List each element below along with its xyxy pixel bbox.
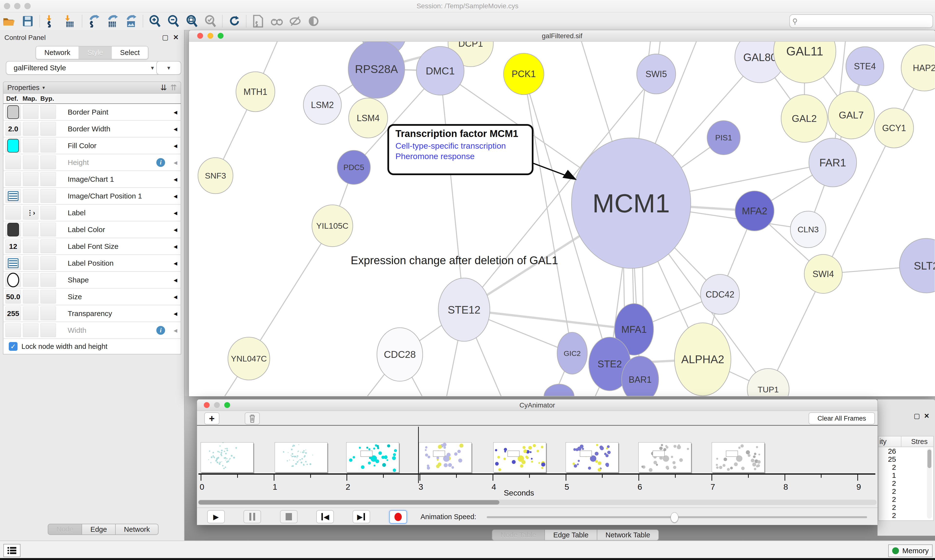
network-node-pck1[interactable]: PCK1	[503, 53, 544, 95]
expand-row-icon[interactable]: ◂	[174, 309, 177, 318]
network-node-alpha2[interactable]: ALPHA2	[674, 323, 731, 396]
expand-all-icon[interactable]: ⇊	[160, 83, 167, 92]
hide-graphics-icon[interactable]	[289, 15, 301, 28]
table-scrollbar[interactable]	[927, 448, 932, 518]
default-value-cell[interactable]	[5, 273, 21, 287]
default-value-cell[interactable]: 2.0	[5, 122, 21, 136]
bypass-cell[interactable]	[40, 223, 56, 237]
default-value-cell[interactable]	[5, 323, 21, 337]
bypass-cell[interactable]	[40, 155, 56, 169]
property-row[interactable]: Heighti◂	[3, 154, 181, 171]
pause-button[interactable]	[244, 510, 261, 523]
delete-frame-button[interactable]	[245, 412, 260, 425]
network-node-pis1[interactable]: PIS1	[707, 121, 740, 155]
network-node[interactable]	[544, 384, 574, 396]
lock-size-checkbox[interactable]: ✓	[9, 342, 17, 351]
default-value-cell[interactable]: 12	[5, 239, 21, 253]
export-table-icon[interactable]	[106, 15, 119, 28]
default-value-cell[interactable]	[5, 105, 21, 119]
network-node-gal11[interactable]: GAL11	[774, 42, 836, 83]
timeline-playhead[interactable]	[418, 427, 419, 483]
mapping-cell[interactable]: ⋮›	[23, 206, 39, 220]
current-style-select[interactable]: galFiltered Style ▾	[6, 61, 160, 75]
default-value-cell[interactable]	[5, 189, 21, 203]
network-node-gic2[interactable]: GIC2	[557, 332, 587, 374]
table-row[interactable]: 2	[878, 463, 933, 471]
property-row[interactable]: Border Paint◂	[3, 104, 181, 121]
network-node-ste12[interactable]: STE12	[438, 278, 490, 341]
property-row[interactable]: Label Color◂	[3, 222, 181, 238]
tab-select[interactable]: Select	[112, 46, 148, 59]
network-node-swi4[interactable]: SWI4	[804, 254, 842, 293]
export-image-icon[interactable]	[125, 15, 137, 28]
float-panel-icon[interactable]: ▢	[914, 412, 920, 420]
default-value-cell[interactable]	[5, 155, 21, 169]
network-window-titlebar[interactable]: galFiltered.sif	[189, 30, 935, 42]
info-icon[interactable]: i	[156, 326, 165, 335]
bypass-cell[interactable]	[40, 138, 56, 152]
expand-row-icon[interactable]: ◂	[174, 175, 177, 183]
network-node-tup1[interactable]: TUP1	[747, 369, 789, 396]
expand-row-icon[interactable]: ◂	[174, 259, 177, 267]
expand-row-icon[interactable]: ◂	[174, 125, 177, 133]
property-row[interactable]: 12Label Font Size◂	[3, 238, 181, 255]
mapping-cell[interactable]	[23, 189, 39, 203]
bypass-cell[interactable]	[40, 239, 56, 253]
record-button[interactable]	[389, 510, 407, 524]
property-row[interactable]: 2.0Border Width◂	[3, 121, 181, 137]
network-node-cln3[interactable]: CLN3	[790, 211, 826, 248]
default-value-cell[interactable]	[5, 223, 21, 237]
network-canvas[interactable]: DCP1RPS28ADMC1PCK1SWI5GAL80GAL11STE4HAP2…	[189, 42, 935, 396]
network-edge[interactable]	[440, 71, 464, 310]
timeline-frame-2[interactable]	[346, 442, 399, 472]
expand-row-icon[interactable]: ◂	[174, 225, 177, 234]
network-node-lsm4[interactable]: LSM4	[349, 98, 388, 138]
expand-row-icon[interactable]: ◂	[174, 292, 177, 301]
network-node-pdc5[interactable]: PDC5	[337, 150, 370, 185]
bypass-cell[interactable]	[40, 323, 56, 337]
annotation-box[interactable]: Transcription factor MCM1 Cell-type-spec…	[387, 124, 534, 175]
properties-header[interactable]: Properties ▾ ⇊ ⇈	[3, 82, 181, 94]
mapping-cell[interactable]	[23, 290, 39, 304]
expand-row-icon[interactable]: ◂	[174, 158, 177, 167]
mapping-cell[interactable]	[23, 122, 39, 136]
tab-style[interactable]: Style	[79, 46, 112, 59]
property-row[interactable]: 50.0Size◂	[3, 289, 181, 305]
import-network-icon[interactable]	[45, 15, 58, 28]
default-value-cell[interactable]: 255	[5, 306, 21, 320]
timeline-frame-5[interactable]	[566, 442, 619, 472]
property-row[interactable]: ⋮›Label◂	[3, 205, 181, 222]
bypass-cell[interactable]	[40, 172, 56, 186]
timeline-frame-6[interactable]	[639, 442, 691, 472]
expand-row-icon[interactable]: ◂	[174, 142, 177, 150]
expand-row-icon[interactable]: ◂	[174, 326, 177, 334]
bypass-cell[interactable]	[40, 306, 56, 320]
bypass-cell[interactable]	[40, 122, 56, 136]
network-node-snf3[interactable]: SNF3	[198, 158, 233, 194]
expand-row-icon[interactable]: ◂	[174, 108, 177, 116]
timeline-frame-0[interactable]	[201, 442, 253, 472]
timeline-frame-7[interactable]	[712, 442, 765, 472]
close-panel-icon[interactable]: ✕	[173, 33, 179, 42]
network-node-gcy1[interactable]: GCY1	[875, 108, 913, 148]
mapping-cell[interactable]	[23, 172, 39, 186]
network-node-gal7[interactable]: GAL7	[828, 91, 874, 139]
animation-speed-slider[interactable]	[487, 516, 867, 518]
scrollbar-thumb[interactable]	[199, 500, 499, 505]
expand-row-icon[interactable]: ◂	[174, 208, 177, 217]
tab-network-table[interactable]: Network Table	[597, 529, 659, 540]
table-row[interactable]: 2	[878, 495, 933, 503]
mapping-cell[interactable]	[23, 239, 39, 253]
network-node-cdc42[interactable]: CDC42	[700, 274, 739, 314]
table-row[interactable]: 26	[878, 447, 933, 455]
task-history-button[interactable]	[3, 544, 20, 557]
timeline-frame-1[interactable]	[275, 442, 327, 472]
property-row[interactable]: Image/Chart 1◂	[3, 171, 181, 188]
table-row[interactable]: 2	[878, 511, 933, 519]
add-frame-button[interactable]: +	[204, 412, 219, 425]
tab-node[interactable]: Node	[48, 524, 82, 535]
show-graphics-icon[interactable]	[307, 15, 320, 28]
default-value-cell[interactable]	[5, 206, 21, 220]
network-node-slt2[interactable]: SLT2	[900, 238, 935, 293]
open-session-icon[interactable]	[3, 15, 15, 28]
